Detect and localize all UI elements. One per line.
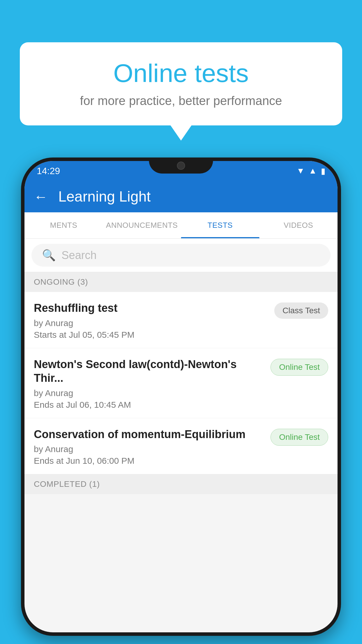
tab-tests[interactable]: TESTS	[181, 212, 259, 238]
app-title: Learning Light	[58, 188, 151, 205]
phone-wrapper: 14:29 ▼ ▲ ▮ ← Learning Light MENTS ANNOU…	[21, 158, 341, 644]
wifi-icon: ▼	[297, 166, 305, 176]
camera-icon	[177, 162, 185, 170]
test-author: by Anurag	[34, 444, 265, 454]
search-icon: 🔍	[42, 249, 56, 262]
bubble-title: Online tests	[37, 58, 325, 88]
test-time: Starts at Jul 05, 05:45 PM	[34, 330, 268, 340]
search-input[interactable]: Search	[61, 249, 96, 262]
test-list: Reshuffling test by Anurag Starts at Jul…	[24, 292, 338, 474]
signal-icon: ▲	[309, 166, 317, 176]
test-author: by Anurag	[34, 318, 268, 328]
phone-frame: 14:29 ▼ ▲ ▮ ← Learning Light MENTS ANNOU…	[21, 158, 341, 636]
battery-icon: ▮	[321, 166, 325, 176]
test-badge-online-2: Online Test	[270, 429, 328, 446]
test-badge-class: Class Test	[274, 302, 328, 319]
bubble-subtitle: for more practice, better performance	[37, 94, 325, 108]
ongoing-section-title: ONGOING (3)	[34, 277, 88, 286]
status-time: 14:29	[37, 166, 60, 176]
tabs-container: MENTS ANNOUNCEMENTS TESTS VIDEOS	[24, 212, 338, 239]
tab-ments[interactable]: MENTS	[24, 212, 103, 238]
completed-section-header: COMPLETED (1)	[24, 474, 338, 494]
test-info: Reshuffling test by Anurag Starts at Jul…	[34, 301, 268, 340]
test-author: by Anurag	[34, 388, 265, 398]
app-bar: ← Learning Light	[24, 181, 338, 212]
test-info: Conservation of momentum-Equilibrium by …	[34, 428, 265, 466]
tab-announcements[interactable]: ANNOUNCEMENTS	[103, 212, 181, 238]
test-badge-online: Online Test	[270, 359, 328, 376]
status-icons: ▼ ▲ ▮	[297, 166, 325, 176]
test-name: Newton's Second law(contd)-Newton's Thir…	[34, 358, 265, 385]
back-button[interactable]: ←	[34, 189, 48, 205]
test-time: Ends at Jun 10, 06:00 PM	[34, 456, 265, 466]
test-name: Conservation of momentum-Equilibrium	[34, 428, 265, 442]
speech-bubble-container: Online tests for more practice, better p…	[20, 42, 342, 125]
phone-notch	[149, 158, 213, 174]
speech-bubble: Online tests for more practice, better p…	[20, 42, 342, 125]
test-info: Newton's Second law(contd)-Newton's Thir…	[34, 358, 265, 410]
search-container: 🔍 Search	[24, 239, 338, 272]
test-item[interactable]: Reshuffling test by Anurag Starts at Jul…	[24, 292, 338, 348]
test-time: Ends at Jul 06, 10:45 AM	[34, 400, 265, 410]
test-item[interactable]: Conservation of momentum-Equilibrium by …	[24, 418, 338, 475]
completed-section-title: COMPLETED (1)	[34, 480, 100, 489]
search-box[interactable]: 🔍 Search	[31, 244, 331, 267]
test-item[interactable]: Newton's Second law(contd)-Newton's Thir…	[24, 348, 338, 418]
test-name: Reshuffling test	[34, 301, 268, 315]
tab-videos[interactable]: VIDEOS	[259, 212, 338, 238]
phone-screen: 14:29 ▼ ▲ ▮ ← Learning Light MENTS ANNOU…	[24, 161, 338, 632]
ongoing-section-header: ONGOING (3)	[24, 272, 338, 292]
